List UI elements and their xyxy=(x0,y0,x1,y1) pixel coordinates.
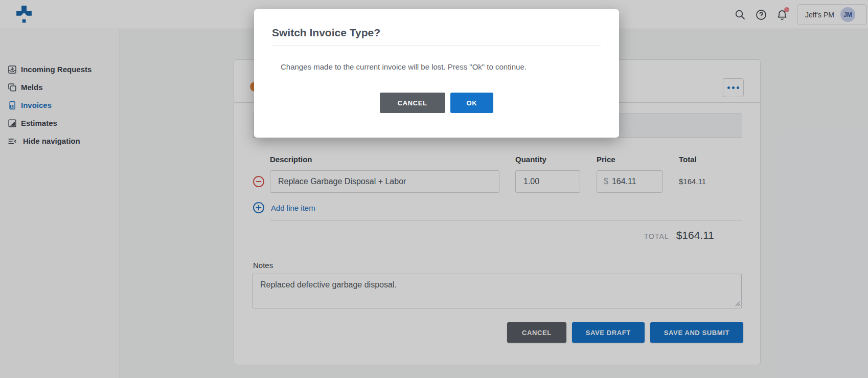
switch-invoice-type-dialog: Switch Invoice Type? Changes made to the… xyxy=(254,9,619,138)
dialog-title: Switch Invoice Type? xyxy=(272,27,601,39)
dialog-divider xyxy=(272,46,601,46)
dialog-ok-button[interactable]: OK xyxy=(450,93,494,113)
dialog-cancel-button[interactable]: CANCEL xyxy=(380,93,445,113)
dialog-actions: CANCEL OK xyxy=(254,93,619,113)
dialog-message: Changes made to the current invoice will… xyxy=(281,61,601,73)
